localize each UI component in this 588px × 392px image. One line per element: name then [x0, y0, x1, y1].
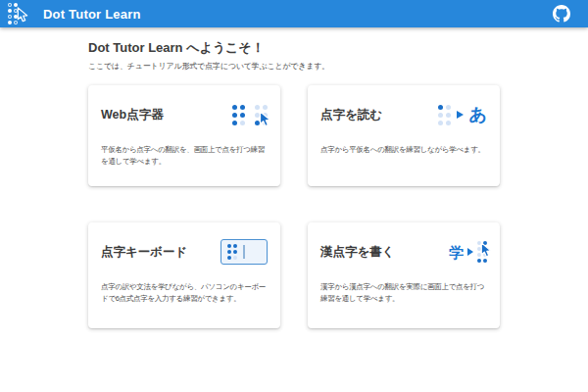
kana-a-glyph: あ — [469, 106, 487, 123]
braille-cell-cursor — [255, 105, 268, 125]
text-caret-icon — [243, 245, 245, 259]
braille-dot — [446, 121, 451, 125]
card-web-braille-writer[interactable]: Web点字器 平仮名から点字への翻訳を、画面上で点を打つ練習を通して学べます。 — [88, 85, 280, 186]
braille-dot — [255, 105, 260, 110]
main-content: Dot Tutor Learn へようこそ！ ここでは、チュートリアル形式で点字… — [0, 27, 588, 328]
card-head: 点字キーボード — [101, 230, 268, 273]
braille-dot — [233, 244, 237, 248]
braille-dot — [8, 3, 12, 7]
card-title: 点字キーボード — [101, 244, 187, 261]
braille-dot — [232, 105, 237, 110]
card-title: Web点字器 — [101, 107, 164, 123]
braille-dot — [233, 250, 237, 254]
braille-dot — [240, 105, 245, 110]
braille-dot — [232, 121, 237, 125]
braille-dot — [232, 113, 237, 118]
braille-cell-icon — [438, 105, 451, 125]
github-icon — [553, 5, 570, 23]
braille-dot — [8, 9, 12, 13]
braille-dot — [477, 259, 481, 263]
card-description: 漢字から漢点字への翻訳を実際に画面上で点を打つ練習を通して学べます。 — [320, 281, 487, 305]
card-grid: Web点字器 平仮名から点字への翻訳を、画面上で点を打つ練習を通して学べます。 … — [88, 85, 500, 328]
github-button[interactable] — [551, 3, 572, 24]
braille-dot — [483, 259, 487, 263]
card-braille-keyboard[interactable]: 点字キーボード 点字の訳や文法を学びながら、パソコンのキーボードで6点式点字を入… — [88, 222, 280, 328]
arrow-right-icon — [457, 111, 464, 119]
card-title: 点字を読む — [320, 107, 382, 123]
braille-dot — [263, 105, 268, 110]
page-title: Dot Tutor Learn へようこそ！ — [88, 39, 500, 57]
braille-dot — [240, 113, 245, 118]
app-header: Dot Tutor Learn — [0, 0, 588, 27]
braille-cell-icon — [227, 244, 237, 260]
arrow-right-icon — [467, 248, 473, 256]
logo-cursor-icon — [16, 7, 29, 23]
cursor-icon — [258, 111, 272, 127]
braille-cell-cursor — [477, 241, 487, 263]
web-braille-writer-icon — [232, 105, 268, 125]
write-kanji-braille-icon: 学 — [449, 241, 487, 263]
braille-input-box-icon — [220, 239, 268, 265]
cursor-icon — [479, 242, 493, 258]
braille-dot — [233, 256, 237, 260]
card-description: 平仮名から点字への翻訳を、画面上で点を打つ練習を通して学べます。 — [101, 144, 268, 168]
braille-dot — [438, 113, 443, 118]
braille-dot — [227, 250, 231, 254]
card-write-kanji-braille[interactable]: 漢点字を書く 学 漢字から漢点字への翻訳を実際に画面上で点を打つ練習を通して学べ… — [308, 222, 500, 328]
card-title: 漢点字を書く — [320, 244, 395, 261]
braille-cell-icon — [232, 105, 245, 125]
page-subtitle: ここでは、チュートリアル形式で点字について学ぶことができます。 — [88, 61, 500, 72]
card-head: 点字を読む あ — [320, 93, 487, 136]
card-head: 漢点字を書く 学 — [320, 230, 487, 273]
card-head: Web点字器 — [101, 93, 268, 136]
braille-dot — [446, 105, 451, 110]
braille-dot — [227, 244, 231, 248]
braille-dot — [438, 105, 443, 110]
app-logo[interactable] — [8, 2, 33, 25]
read-braille-icon: あ — [438, 105, 487, 125]
card-read-braille[interactable]: 点字を読む あ 点字から平仮名への翻訳を練習しながら学べます。 — [308, 85, 500, 186]
braille-dot — [8, 21, 12, 24]
card-description: 点字から平仮名への翻訳を練習しながら学べます。 — [320, 144, 487, 156]
braille-dot — [240, 121, 245, 125]
braille-dot — [8, 15, 12, 19]
app-title: Dot Tutor Learn — [43, 7, 141, 22]
braille-dot — [446, 113, 451, 118]
braille-dot — [227, 256, 231, 260]
kanji-gaku-glyph: 学 — [449, 245, 464, 260]
braille-dot — [438, 121, 443, 125]
card-description: 点字の訳や文法を学びながら、パソコンのキーボードで6点式点字を入力する練習ができ… — [101, 281, 268, 305]
